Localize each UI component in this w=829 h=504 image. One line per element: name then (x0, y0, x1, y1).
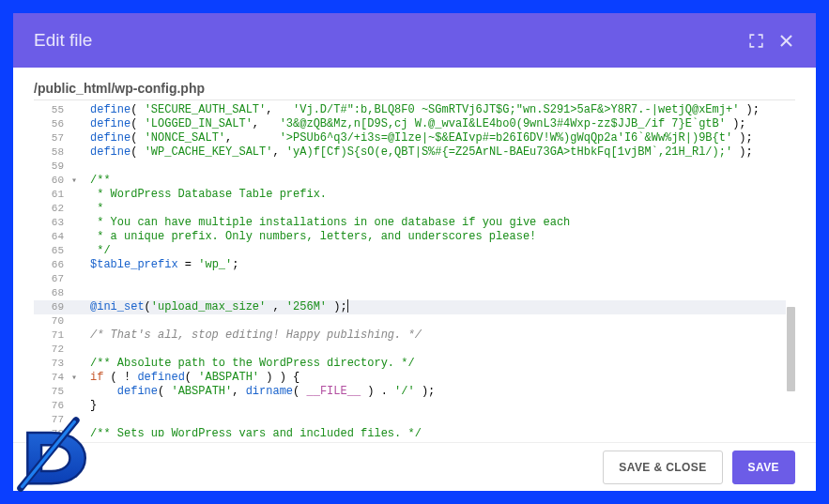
code-line[interactable] (90, 413, 786, 427)
line-number: 57 (34, 131, 77, 145)
code-line[interactable]: } (90, 399, 786, 413)
code-content[interactable]: define( 'SECURE_AUTH_SALT', 'Vj.D/T#":b,… (77, 100, 786, 436)
line-number: 59 (34, 160, 77, 174)
modal-footer: SAVE & CLOSE SAVE (13, 442, 816, 491)
line-number: 68 (34, 286, 77, 300)
line-number: 72 (34, 343, 77, 357)
code-line[interactable]: * a unique prefix. Only numbers, letters… (90, 230, 786, 244)
line-number: 62 (34, 202, 77, 216)
code-line[interactable]: $table_prefix = 'wp_'; (90, 258, 786, 272)
line-number: 70 (34, 314, 77, 328)
line-number: 56 (34, 117, 77, 131)
code-editor[interactable]: 5556575859606162636465666768697071727374… (34, 99, 795, 436)
file-path: /public_html/wp-config.php (13, 68, 816, 99)
line-number: 60 (34, 174, 77, 188)
line-number: 73 (34, 357, 77, 371)
code-editor-area: 5556575859606162636465666768697071727374… (13, 99, 816, 442)
code-line[interactable] (90, 286, 786, 300)
code-line[interactable] (90, 160, 786, 174)
line-number: 71 (34, 328, 77, 343)
expand-icon[interactable] (748, 33, 764, 49)
line-number: 77 (34, 413, 77, 427)
code-line[interactable]: * You can have multiple installations in… (90, 216, 786, 230)
code-line[interactable]: /* That's all, stop editing! Happy publi… (90, 328, 786, 343)
line-number: 64 (34, 230, 77, 244)
modal-titlebar: Edit file (13, 13, 816, 68)
line-number: 78 (34, 427, 77, 436)
line-number: 69 (34, 300, 77, 314)
line-number: 74 (34, 371, 77, 385)
code-line[interactable]: define( 'LOGGED_IN_SALT', '3&@zQB&Mz,n[D… (90, 117, 786, 131)
code-line[interactable]: /** Sets up WordPress vars and included … (90, 427, 786, 436)
titlebar-actions (748, 32, 795, 50)
line-number: 65 (34, 244, 77, 258)
close-icon[interactable] (777, 32, 795, 50)
line-number: 76 (34, 399, 77, 413)
code-line[interactable] (90, 272, 786, 286)
line-number: 61 (34, 188, 77, 202)
line-number-gutter: 5556575859606162636465666768697071727374… (34, 100, 77, 436)
line-number: 67 (34, 272, 77, 286)
code-line[interactable]: * WordPress Database Table prefix. (90, 188, 786, 202)
code-line[interactable]: define( 'NONCE_SALT', '>PSUb6^q3/+i3s=@I… (90, 131, 786, 145)
text-cursor (347, 299, 348, 313)
modal-title: Edit file (34, 30, 92, 51)
line-number: 58 (34, 145, 77, 160)
line-number: 75 (34, 385, 77, 399)
save-and-close-button[interactable]: SAVE & CLOSE (603, 451, 722, 484)
code-line[interactable]: @ini_set('upload_max_size' , '256M' ); (77, 300, 786, 314)
code-line[interactable]: /** Absolute path to the WordPress direc… (90, 357, 786, 371)
code-line[interactable]: define( 'SECURE_AUTH_SALT', 'Vj.D/T#":b,… (90, 103, 786, 117)
line-number: 55 (34, 103, 77, 117)
code-line[interactable] (90, 343, 786, 357)
edit-file-modal: Edit file /public_html/wp-config.php 555… (13, 13, 816, 491)
code-line[interactable]: if ( ! defined( 'ABSPATH' ) ) { (90, 371, 786, 385)
code-line[interactable]: define( 'WP_CACHE_KEY_SALT', 'yA)f[Cf)S{… (90, 145, 786, 160)
save-button[interactable]: SAVE (732, 451, 795, 484)
code-line[interactable]: /** (90, 174, 786, 188)
code-line[interactable]: * (90, 202, 786, 216)
code-line[interactable] (90, 314, 786, 328)
line-number: 66 (34, 258, 77, 272)
scrollbar-thumb[interactable] (787, 307, 795, 391)
code-line[interactable]: define( 'ABSPATH', dirname( __FILE__ ) .… (90, 385, 786, 399)
code-line[interactable]: */ (90, 244, 786, 258)
line-number: 63 (34, 216, 77, 230)
